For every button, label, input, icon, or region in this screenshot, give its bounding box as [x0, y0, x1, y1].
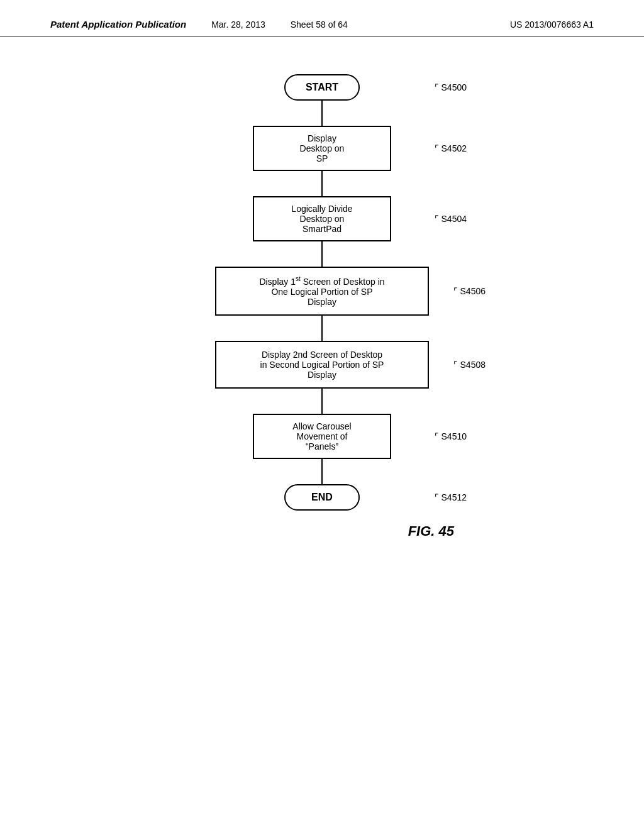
node-s4508: Display 2nd Screen of Desktopin Second L…	[215, 341, 429, 389]
step-label-s4502: ⌜ S4502	[435, 143, 467, 153]
node-wrapper-s4508: Display 2nd Screen of Desktopin Second L…	[165, 341, 479, 389]
node-wrapper-end: END ⌜ S4512	[165, 484, 479, 511]
node-start: START	[284, 74, 360, 101]
step-label-s4512: ⌜ S4512	[435, 492, 467, 502]
header-patent: US 2013/0076663 A1	[510, 19, 594, 30]
step-label-s4506: ⌜ S4506	[453, 286, 486, 296]
header-date: Mar. 28, 2013	[211, 19, 265, 30]
node-s4502: DisplayDesktop onSP	[253, 126, 391, 171]
node-s4504: Logically DivideDesktop onSmartPad	[253, 196, 391, 241]
step-label-s4508: ⌜ S4508	[453, 360, 486, 370]
node-s4510: Allow CarouselMovement of“Panels”	[253, 414, 391, 459]
connector-1	[321, 101, 323, 126]
connector-6	[321, 459, 323, 484]
connector-5	[321, 389, 323, 414]
step-label-s4504: ⌜ S4504	[435, 214, 467, 224]
node-wrapper-s4502: DisplayDesktop onSP ⌜ S4502	[165, 126, 479, 171]
node-wrapper-start: START ⌜ S4500	[165, 74, 479, 101]
connector-2	[321, 171, 323, 196]
node-wrapper-s4506: Display 1st Screen of Desktop inOne Logi…	[165, 267, 479, 316]
connector-3	[321, 241, 323, 267]
page: Patent Application Publication Mar. 28, …	[0, 0, 644, 830]
header-sheet: Sheet 58 of 64	[291, 19, 348, 30]
step-label-s4510: ⌜ S4510	[435, 431, 467, 441]
connector-4	[321, 316, 323, 341]
diagram-area: START ⌜ S4500 DisplayDesktop onSP ⌜ S450…	[0, 36, 644, 540]
step-label-s4500: ⌜ S4500	[435, 82, 467, 92]
node-wrapper-s4510: Allow CarouselMovement of“Panels” ⌜ S451…	[165, 414, 479, 459]
header-title: Patent Application Publication	[50, 19, 186, 30]
node-end: END	[284, 484, 360, 511]
flowchart: START ⌜ S4500 DisplayDesktop onSP ⌜ S450…	[165, 74, 479, 511]
node-wrapper-s4504: Logically DivideDesktop onSmartPad ⌜ S45…	[165, 196, 479, 241]
page-header: Patent Application Publication Mar. 28, …	[0, 0, 644, 36]
fig-label: FIG. 45	[408, 523, 454, 540]
node-s4506: Display 1st Screen of Desktop inOne Logi…	[215, 267, 429, 316]
